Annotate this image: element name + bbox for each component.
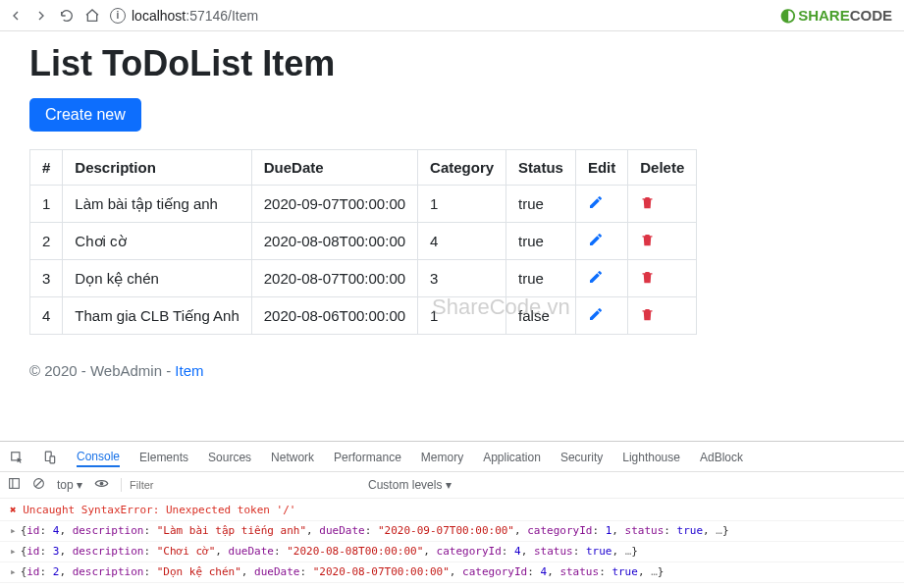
context-selector[interactable]: top ▾ (57, 478, 82, 492)
col-index: # (30, 150, 63, 186)
table-row: 2Chơi cờ2020-08-08T00:00:004true (30, 223, 697, 260)
devtools-tab-elements[interactable]: Elements (139, 449, 188, 466)
col-category: Category (418, 150, 506, 186)
page-title: List ToDoList Item (29, 43, 875, 84)
cell-index: 3 (30, 260, 63, 297)
footer-text: © 2020 - WebAdmin - (29, 362, 175, 379)
devtools-tab-console[interactable]: Console (77, 448, 120, 467)
devtools-tab-sources[interactable]: Sources (208, 449, 251, 466)
site-info-icon[interactable]: i (110, 8, 126, 24)
cell-description: Chơi cờ (63, 223, 251, 260)
cell-index: 1 (30, 186, 63, 223)
cell-status: false (506, 297, 576, 335)
url-port: :57146 (186, 8, 228, 24)
cell-status: true (506, 186, 576, 223)
devtools-tab-application[interactable]: Application (483, 449, 541, 466)
delete-icon[interactable] (640, 270, 655, 285)
live-expression-icon[interactable] (94, 476, 109, 494)
footer: © 2020 - WebAdmin - Item (29, 362, 875, 379)
cell-duedate: 2020-09-07T00:00:00 (251, 186, 417, 223)
col-edit: Edit (575, 150, 627, 186)
cell-category: 1 (418, 186, 506, 223)
cell-index: 4 (30, 297, 63, 335)
edit-icon[interactable] (588, 194, 604, 210)
console-log-row[interactable]: ▸{id: 2, description: "Dọn kệ chén", due… (0, 562, 904, 583)
cell-category: 4 (418, 223, 506, 260)
cell-duedate: 2020-08-07T00:00:00 (251, 260, 417, 297)
svg-line-6 (35, 480, 42, 487)
edit-icon[interactable] (588, 306, 604, 322)
back-button[interactable] (8, 8, 24, 24)
col-duedate: DueDate (251, 150, 417, 186)
sharecode-logo: ◐ SHARECODE (780, 4, 892, 26)
devtools-tab-adblock[interactable]: AdBlock (700, 449, 743, 466)
url-host: localhost (132, 8, 186, 24)
address-bar[interactable]: i localhost:57146/Item (110, 8, 896, 24)
inspect-element-icon[interactable] (10, 451, 24, 464)
cell-duedate: 2020-08-06T00:00:00 (251, 297, 417, 335)
cell-status: true (506, 223, 576, 260)
home-button[interactable] (84, 8, 100, 24)
devtools-tab-network[interactable]: Network (271, 449, 314, 466)
cell-duedate: 2020-08-08T00:00:00 (251, 223, 417, 260)
svg-rect-2 (50, 456, 55, 463)
devtools-tab-security[interactable]: Security (560, 449, 603, 466)
delete-icon[interactable] (640, 195, 655, 210)
col-description: Description (63, 150, 251, 186)
svg-point-7 (100, 482, 104, 486)
cell-status: true (506, 260, 576, 297)
clear-console-icon[interactable] (32, 477, 45, 493)
col-status: Status (506, 150, 576, 186)
reload-button[interactable] (59, 8, 75, 24)
log-levels-selector[interactable]: Custom levels ▾ (368, 478, 452, 492)
browser-toolbar: i localhost:57146/Item ◐ SHARECODE (0, 0, 904, 31)
items-table: # Description DueDate Category Status Ed… (29, 149, 697, 335)
cell-index: 2 (30, 223, 63, 260)
delete-icon[interactable] (640, 307, 655, 322)
create-new-button[interactable]: Create new (29, 98, 141, 132)
console-sidebar-toggle-icon[interactable] (8, 477, 21, 493)
cell-description: Làm bài tập tiếng anh (63, 186, 251, 223)
console-log-row[interactable]: ▸{id: 3, description: "Chơi cờ", dueDate… (0, 542, 904, 562)
edit-icon[interactable] (588, 269, 604, 285)
edit-icon[interactable] (588, 232, 604, 247)
devtools-tab-performance[interactable]: Performance (334, 449, 401, 466)
console-filter-bar: top ▾ Custom levels ▾ (0, 472, 904, 499)
console-output: ✖ Uncaught SyntaxError: Unexpected token… (0, 499, 904, 585)
devtools-tabs: Console Elements Sources Network Perform… (0, 442, 904, 472)
cell-category: 3 (418, 260, 506, 297)
table-row: 4Tham gia CLB Tiếng Anh2020-08-06T00:00:… (30, 297, 697, 335)
cell-description: Dọn kệ chén (63, 260, 251, 297)
table-row: 1Làm bài tập tiếng anh2020-09-07T00:00:0… (30, 186, 697, 223)
logo-icon: ◐ (780, 4, 796, 26)
console-log-row[interactable]: ▸{id: 4, description: "Làm bài tập tiếng… (0, 521, 904, 542)
devtools-panel: Console Elements Sources Network Perform… (0, 441, 904, 588)
table-header-row: # Description DueDate Category Status Ed… (30, 150, 697, 186)
cell-category: 1 (418, 297, 506, 335)
page-content: List ToDoList Item Create new # Descript… (0, 31, 904, 391)
device-toolbar-icon[interactable] (43, 451, 57, 464)
col-delete: Delete (628, 150, 697, 186)
console-error-row: ✖ Uncaught SyntaxError: Unexpected token… (0, 501, 904, 521)
table-row: 3Dọn kệ chén2020-08-07T00:00:003true (30, 260, 697, 297)
svg-rect-3 (10, 479, 20, 489)
console-filter-input[interactable] (121, 478, 356, 492)
url-path: /Item (228, 8, 258, 24)
devtools-tab-memory[interactable]: Memory (421, 449, 463, 466)
cell-description: Tham gia CLB Tiếng Anh (63, 297, 251, 335)
footer-link[interactable]: Item (175, 362, 203, 379)
delete-icon[interactable] (640, 233, 655, 247)
devtools-tab-lighthouse[interactable]: Lighthouse (622, 449, 680, 466)
forward-button[interactable] (33, 8, 49, 24)
